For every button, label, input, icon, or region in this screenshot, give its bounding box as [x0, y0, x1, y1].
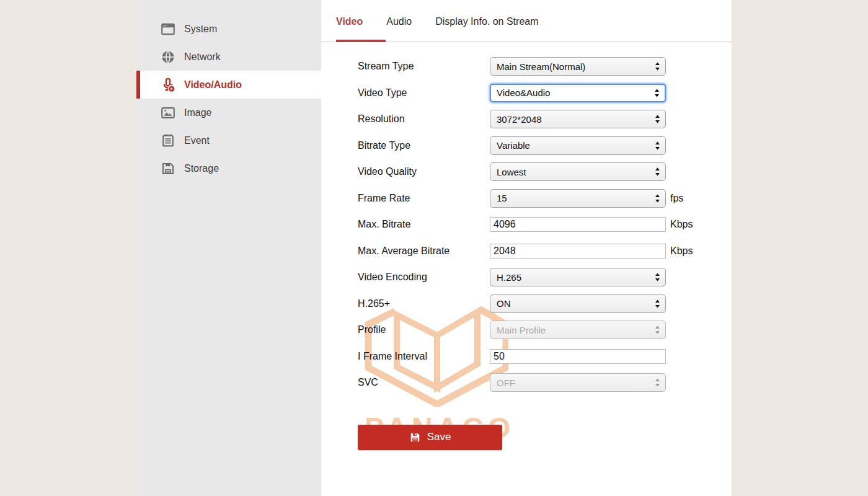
sidebar-item-label: System: [184, 24, 217, 35]
unit-label: fps: [670, 193, 683, 204]
video-encoding-select[interactable]: H.265: [490, 268, 666, 286]
tab-bar: VideoAudioDisplay Info. on Stream: [321, 0, 732, 42]
select-value: Variable: [497, 140, 650, 151]
select-value: 15: [497, 193, 650, 203]
page-background: SystemNetworkVideo/AudioImageEventStorag…: [0, 0, 868, 496]
select-stepper-arrows-icon: [655, 326, 660, 335]
form-row-video-encoding: Video EncodingH.265: [358, 264, 693, 291]
svc-select: OFF: [490, 373, 666, 392]
form-row-i-frame-interval: I Frame Interval: [358, 343, 693, 370]
event-note-icon: [160, 133, 176, 149]
tab-display-info-on-stream[interactable]: Display Info. on Stream: [435, 16, 538, 27]
select-value: Main Profile: [497, 325, 650, 335]
system-window-icon: [160, 21, 176, 37]
i-frame-interval-input[interactable]: [490, 349, 666, 364]
form-row-svc: SVCOFF: [358, 370, 693, 396]
save-button[interactable]: Save: [358, 425, 502, 450]
field-label: H.265+: [358, 298, 490, 309]
frame-rate-select[interactable]: 15: [490, 189, 666, 208]
profile-select: Main Profile: [490, 321, 666, 339]
max-bitrate-input[interactable]: [490, 217, 666, 232]
field-label: Bitrate Type: [358, 140, 490, 151]
form-row-bitrate-type: Bitrate TypeVariable: [358, 133, 693, 159]
select-value: 3072*2048: [497, 114, 650, 125]
active-tab-underline: [336, 40, 386, 42]
storage-floppy-icon: [160, 161, 176, 177]
sidebar-item-image[interactable]: Image: [136, 99, 321, 126]
form-row-resolution: Resolution3072*2048: [358, 106, 693, 133]
select-stepper-arrows-icon: [655, 62, 660, 71]
form-row-max-average-bitrate: Max. Average BitrateKbps: [358, 238, 693, 265]
select-stepper-arrows-icon: [655, 167, 660, 177]
video-settings-form: Stream TypeMain Stream(Normal)Video Type…: [358, 53, 693, 450]
sidebar: SystemNetworkVideo/AudioImageEventStorag…: [136, 0, 321, 496]
resolution-select[interactable]: 3072*2048: [490, 110, 666, 128]
stream-type-select[interactable]: Main Stream(Normal): [490, 57, 666, 76]
sidebar-item-label: Network: [184, 51, 221, 63]
select-value: Lowest: [497, 167, 650, 177]
form-row-frame-rate: Frame Rate15fps: [358, 185, 693, 212]
form-row-video-type: Video TypeVideo&Audio: [358, 80, 693, 107]
content-panel: VideoAudioDisplay Info. on Stream PANACO…: [321, 0, 732, 496]
select-stepper-arrows-icon: [655, 299, 660, 308]
field-label: Profile: [358, 324, 490, 335]
select-stepper-arrows-icon: [655, 115, 660, 124]
select-stepper-arrows-icon: [655, 378, 660, 388]
sidebar-item-event[interactable]: Event: [136, 126, 321, 154]
field-label: Frame Rate: [358, 193, 490, 204]
select-stepper-arrows-icon: [655, 141, 660, 150]
video-type-select[interactable]: Video&Audio: [490, 84, 666, 102]
select-value: Video&Audio: [497, 87, 650, 98]
network-globe-icon: [160, 49, 176, 65]
field-label: Max. Bitrate: [358, 219, 490, 230]
camera-settings-window: SystemNetworkVideo/AudioImageEventStorag…: [136, 0, 732, 496]
h-265+-select[interactable]: ON: [490, 294, 666, 313]
tab-video[interactable]: Video: [336, 16, 363, 27]
sidebar-item-video-audio[interactable]: Video/Audio: [136, 71, 321, 99]
tab-audio[interactable]: Audio: [386, 16, 412, 27]
select-stepper-arrows-icon: [655, 273, 660, 282]
field-label: Video Encoding: [358, 272, 490, 283]
field-label: Video Type: [358, 87, 490, 99]
field-label: I Frame Interval: [358, 351, 490, 362]
form-row-stream-type: Stream TypeMain Stream(Normal): [358, 53, 693, 80]
video-audio-mic-icon: [160, 77, 176, 93]
field-label: SVC: [358, 377, 490, 388]
form-row-profile: ProfileMain Profile: [358, 317, 693, 343]
sidebar-item-system[interactable]: System: [136, 15, 321, 43]
field-label: Resolution: [358, 113, 490, 125]
field-label: Max. Average Bitrate: [358, 246, 490, 257]
sidebar-item-label: Storage: [184, 163, 219, 174]
form-row-max-bitrate: Max. BitrateKbps: [358, 211, 693, 238]
select-stepper-arrows-icon: [654, 88, 660, 97]
sidebar-item-label: Event: [184, 135, 210, 146]
unit-label: Kbps: [670, 246, 693, 257]
max-average-bitrate-input[interactable]: [490, 244, 666, 259]
select-value: ON: [497, 298, 650, 309]
select-value: OFF: [497, 378, 650, 388]
sidebar-item-storage[interactable]: Storage: [136, 154, 321, 182]
bitrate-type-select[interactable]: Variable: [490, 136, 666, 155]
field-label: Video Quality: [358, 166, 490, 177]
unit-label: Kbps: [670, 219, 693, 230]
field-label: Stream Type: [358, 61, 490, 72]
sidebar-item-network[interactable]: Network: [136, 43, 321, 71]
save-button-label: Save: [427, 431, 451, 443]
save-floppy-icon: [409, 432, 421, 443]
form-row-video-quality: Video QualityLowest: [358, 159, 693, 185]
select-value: Main Stream(Normal): [497, 61, 650, 72]
sidebar-item-label: Image: [184, 107, 211, 118]
form-row-h-265+: H.265+ON: [358, 291, 693, 317]
sidebar-item-label: Video/Audio: [184, 79, 242, 91]
image-icon: [160, 105, 176, 121]
video-quality-select[interactable]: Lowest: [490, 162, 666, 181]
select-value: H.265: [497, 272, 650, 283]
select-stepper-arrows-icon: [655, 193, 660, 203]
